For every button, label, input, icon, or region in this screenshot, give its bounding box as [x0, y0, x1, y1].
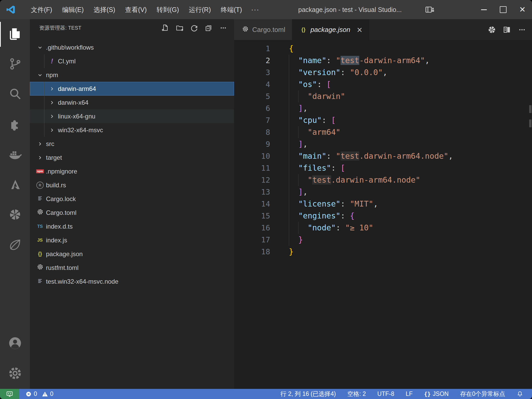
tree-item-build-rs[interactable]: Rbuild.rs: [30, 178, 234, 192]
line-number: 9: [234, 140, 270, 149]
new-file-button[interactable]: [158, 22, 172, 34]
overview-ruler-mark: [529, 105, 531, 113]
remote-indicator-button[interactable]: [0, 389, 19, 399]
more-icon: [219, 24, 227, 32]
layout-customize-icon[interactable]: [425, 5, 434, 14]
tree-item-npm[interactable]: npm: [30, 68, 234, 82]
menu-4[interactable]: 查看(V): [120, 0, 152, 19]
more-icon: [518, 25, 526, 34]
status-language-mode[interactable]: {}JSON: [424, 390, 449, 397]
split-editor-button[interactable]: [499, 22, 514, 37]
menu-3[interactable]: 选择(S): [89, 0, 120, 19]
tree-item-label: CI.yml: [58, 58, 76, 65]
tree-item-index-js[interactable]: JSindex.js: [30, 233, 234, 247]
tree-item-rustfmt-toml[interactable]: rustfmt.toml: [30, 261, 234, 275]
activity-docker[interactable]: [0, 140, 30, 170]
tree-item-linux-x64-gnu[interactable]: linux-x64-gnu: [30, 109, 234, 123]
activity-explorer[interactable]: [0, 19, 30, 49]
tree-item-win32-x64-msvc[interactable]: win32-x64-msvc: [30, 123, 234, 137]
status-item-label: JSON: [433, 390, 449, 397]
more-actions-button[interactable]: [514, 22, 529, 37]
titlebar: 文件(F)编辑(E)选择(S)查看(V)转到(G)运行(R)终端(T) ··· …: [0, 0, 532, 19]
status-item-label: LF: [406, 390, 413, 397]
tab-label: package.json: [310, 26, 350, 34]
menu-2[interactable]: 编辑(E): [57, 0, 89, 19]
collapse-all-icon: [205, 24, 213, 32]
tab-close-icon[interactable]: ×: [356, 25, 362, 34]
code-line-4: 4 "os": [: [234, 78, 532, 90]
code-editor[interactable]: 1{2 "name": "test-darwin-arm64",3 "versi…: [234, 40, 532, 389]
status-eol[interactable]: LF: [406, 390, 413, 397]
tree-item-ci-yml[interactable]: !CI.yml: [30, 54, 234, 68]
tree-item-src[interactable]: src: [30, 137, 234, 151]
code-line-9: 9 ],: [234, 138, 532, 150]
tree-item-label: rustfmt.toml: [46, 264, 78, 271]
line-number: 17: [234, 235, 270, 244]
maximize-button[interactable]: [494, 0, 513, 19]
pinwheel-extension-action-button[interactable]: [484, 22, 499, 37]
menu-6[interactable]: 运行(R): [184, 0, 216, 19]
indent-guide: [289, 210, 289, 222]
line-number: 10: [234, 152, 270, 161]
overview-ruler-mark: [529, 119, 531, 127]
code-line-14: 14 "license": "MIT",: [234, 198, 532, 210]
code-line-7: 7 "cpu": [: [234, 114, 532, 126]
extensions-icon: [8, 117, 22, 132]
problems-summary[interactable]: 0 0: [25, 390, 54, 397]
account-icon: [8, 336, 22, 351]
refresh-button[interactable]: [187, 22, 201, 34]
menu-7[interactable]: 终端(T): [216, 0, 247, 19]
tree-item-darwin-x64[interactable]: darwin-x64: [30, 96, 234, 109]
activity-extensions[interactable]: [0, 110, 30, 140]
menu-1[interactable]: 文件(F): [26, 0, 57, 19]
tab-cargo-toml[interactable]: Cargo.toml: [234, 19, 292, 40]
tab-bar: Cargo.toml{}package.json×: [234, 19, 532, 40]
text-file-icon: [37, 278, 43, 285]
activity-leaf-extension[interactable]: [0, 230, 30, 260]
status-cursor-position[interactable]: 行 2, 列 16 (已选择4): [281, 390, 336, 398]
menu-overflow-button[interactable]: ···: [247, 6, 264, 14]
activity-azure[interactable]: [0, 170, 30, 200]
tree-item-label: npm: [46, 71, 58, 79]
activity-settings[interactable]: [0, 359, 30, 389]
config-file-icon: [37, 264, 43, 271]
tree-item-target[interactable]: target: [30, 151, 234, 164]
menu-5[interactable]: 转到(G): [152, 0, 184, 19]
status-indentation[interactable]: 空格: 2: [347, 390, 366, 398]
tree-item-cargo-toml[interactable]: Cargo.toml: [30, 206, 234, 220]
indent-guide: [298, 126, 298, 138]
error-icon: [25, 391, 32, 397]
tree-item--github-workflows[interactable]: .github\workflows: [30, 41, 234, 54]
tree-item-test-win32-x64-msvc-node[interactable]: test.win32-x64-msvc.node: [30, 275, 234, 288]
new-folder-button[interactable]: [172, 22, 187, 34]
tree-item-label: win32-x64-msvc: [58, 127, 103, 134]
status-notifications[interactable]: [517, 391, 525, 397]
tree-item-label: Cargo.lock: [46, 195, 76, 203]
tree-item-package-json[interactable]: {}package.json: [30, 247, 234, 261]
tree-item-darwin-arm64[interactable]: darwin-arm64: [30, 82, 234, 96]
chevron-right-icon: [35, 151, 45, 164]
tab-package-json[interactable]: {}package.json×: [292, 19, 369, 40]
tree-item-cargo-lock[interactable]: Cargo.lock: [30, 192, 234, 206]
status-item-label: 存在0个异常标点: [460, 390, 505, 398]
close-button[interactable]: ✕: [513, 0, 532, 19]
activity-pinwheel-extension[interactable]: [0, 200, 30, 230]
status-unusual-punctuation[interactable]: 存在0个异常标点: [460, 390, 505, 398]
collapse-all-button[interactable]: [201, 22, 216, 34]
tree-item-index-d-ts[interactable]: TSindex.d.ts: [30, 220, 234, 233]
status-encoding[interactable]: UTF-8: [377, 390, 394, 397]
indent-guide: [289, 198, 289, 210]
line-number: 8: [234, 128, 270, 137]
azure-icon: [8, 178, 22, 192]
indent-guide: [289, 150, 289, 162]
minimize-button[interactable]: [474, 0, 494, 19]
tree-item-label: test.win32-x64-msvc.node: [46, 278, 118, 285]
activity-search[interactable]: [0, 79, 30, 110]
json-braces-icon: {}: [424, 391, 431, 397]
gear-icon: [8, 367, 22, 381]
more-actions-button[interactable]: [216, 22, 230, 34]
activity-source-control[interactable]: [0, 49, 30, 79]
tree-item-label: index.d.ts: [46, 223, 73, 230]
activity-accounts[interactable]: [0, 329, 30, 359]
tree-item--npmignore[interactable]: npm.npmignore: [30, 164, 234, 178]
